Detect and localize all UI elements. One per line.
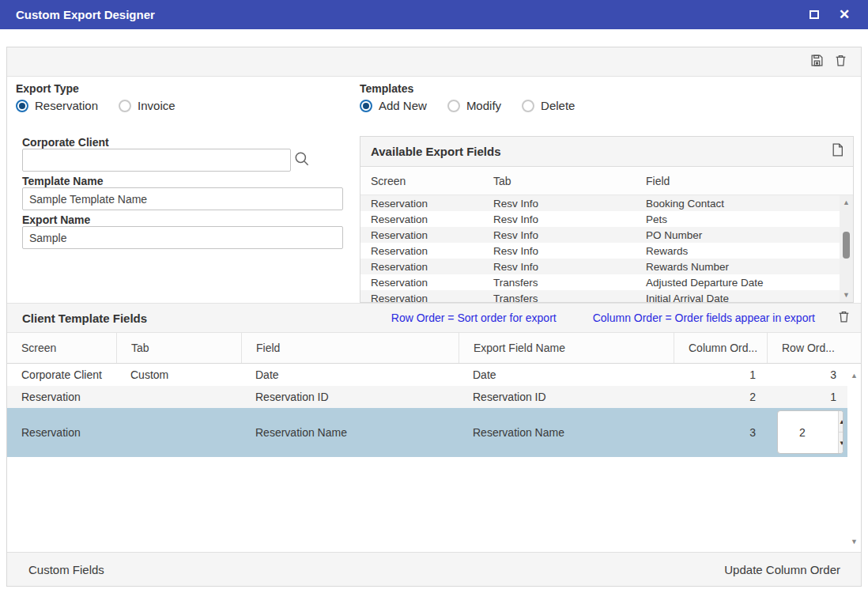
radio-add-new[interactable]: Add New [360,99,427,112]
radio-add-new-label: Add New [379,99,427,112]
spinner-down-icon: ▼ [839,440,843,447]
template-row-selected[interactable]: Reservation Reservation Name Reservation… [7,408,861,457]
export-type-label: Export Type [16,82,79,95]
available-export-fields-header: Available Export Fields [360,137,853,167]
dialog-body: Export Type Reservation Invoice Template… [6,47,862,587]
radio-invoice-circle [119,100,131,112]
radio-delete[interactable]: Delete [522,99,575,112]
templates-label: Templates [360,82,413,95]
scroll-up-icon[interactable]: ▲ [840,197,853,208]
scrollbar-thumb[interactable] [843,232,850,259]
radio-reservation-circle [16,100,28,112]
client-template-column-headers: Screen Tab Field Export Field Name Colum… [7,333,861,364]
spinner-up-icon: ▲ [839,418,843,425]
client-template-scrollbar[interactable]: ▲ ▼ [847,364,861,552]
col-screen: Screen [360,175,483,187]
footer-bar: Custom Fields Update Column Order [7,552,861,586]
close-icon: ✕ [839,8,850,21]
radio-delete-label: Delete [541,99,575,112]
template-name-label: Template Name [22,175,103,187]
available-row[interactable]: ReservationResv InfoRewards Number [360,259,840,274]
radio-invoice[interactable]: Invoice [119,99,175,112]
available-fields-rows: ReservationResv InfoBooking Contact Rese… [360,195,840,302]
trash-icon [837,310,851,327]
client-template-fields-title: Client Template Fields [7,312,147,325]
trash-icon [834,54,847,70]
available-export-fields-title: Available Export Fields [360,145,501,158]
col-export-field-name: Export Field Name [459,333,674,363]
update-column-order-button[interactable]: Update Column Order [724,563,861,576]
col-tab: Tab [116,333,241,363]
close-button[interactable]: ✕ [836,7,852,23]
delete-template-button[interactable] [832,54,848,70]
scroll-up-icon[interactable]: ▲ [847,370,861,381]
row-order-spinner: ▲ ▼ [777,410,843,454]
radio-add-new-circle [360,100,372,112]
radio-modify[interactable]: Modify [447,99,501,112]
document-icon [832,143,843,160]
new-document-button[interactable] [829,144,845,160]
export-type-radios: Reservation Invoice [16,99,175,112]
save-button[interactable] [809,54,825,70]
available-fields-column-headers: Screen Tab Field [360,167,853,195]
corporate-client-label: Corporate Client [22,136,109,149]
available-row[interactable]: ReservationTransfersAdjusted Departure D… [360,274,840,290]
available-row[interactable]: ReservationResv InfoBooking Contact [360,195,840,211]
col-row-order: Row Ord... [767,333,847,363]
export-name-label: Export Name [22,213,90,226]
available-row[interactable]: ReservationResv InfoPO Number [360,227,840,243]
window-title: Custom Export Designer [0,8,155,21]
scroll-down-icon[interactable]: ▼ [847,536,861,547]
maximize-icon [810,10,819,19]
col-screen: Screen [7,333,116,363]
available-export-fields-panel: Available Export Fields Screen Tab Field… [360,136,854,303]
client-template-grid: Corporate Client Custom Date Date 1 3 Re… [7,364,861,552]
radio-reservation[interactable]: Reservation [16,99,98,112]
spinner-down-button[interactable]: ▼ [839,432,843,453]
available-row[interactable]: ReservationResv InfoPets [360,211,840,227]
available-row[interactable]: ReservationTransfersInitial Arrival Date [360,290,840,302]
radio-invoice-label: Invoice [138,99,175,112]
corporate-client-input[interactable] [22,149,291,172]
maximize-button[interactable] [806,7,822,23]
template-row[interactable]: Reservation Reservation ID Reservation I… [7,386,861,408]
corporate-client-search-button[interactable] [293,152,309,168]
spinner-up-button[interactable]: ▲ [839,411,843,432]
radio-delete-circle [522,100,534,112]
delete-row-button[interactable] [836,310,851,326]
template-name-input[interactable] [22,187,343,210]
scroll-down-icon[interactable]: ▼ [840,289,853,300]
col-field: Field [241,333,459,363]
col-field: Field [636,175,840,187]
column-order-hint: Column Order = Order fields appear in ex… [593,312,815,324]
radio-modify-label: Modify [466,99,501,112]
export-name-input[interactable] [22,226,343,249]
titlebar: Custom Export Designer ✕ [0,0,868,29]
custom-fields-button[interactable]: Custom Fields [7,563,104,576]
templates-radios: Add New Modify Delete [360,99,575,112]
toolbar [7,47,861,77]
radio-modify-circle [447,100,460,112]
save-icon [810,54,824,70]
available-row[interactable]: ReservationResv InfoRewards [360,243,840,259]
row-order-input[interactable] [792,411,838,453]
available-fields-scrollbar[interactable]: ▲ ▼ [840,195,853,302]
row-order-hint: Row Order = Sort order for export [391,312,557,324]
client-template-fields-header: Client Template Fields Row Order = Sort … [7,303,861,333]
col-tab: Tab [483,175,636,187]
available-fields-body: ReservationResv InfoBooking Contact Rese… [360,195,853,302]
col-column-order: Column Ord... [674,333,767,363]
search-icon [293,150,310,170]
template-row[interactable]: Corporate Client Custom Date Date 1 3 [7,364,861,386]
custom-export-designer-window: Custom Export Designer ✕ Export Type [0,0,868,593]
radio-reservation-label: Reservation [35,99,98,112]
